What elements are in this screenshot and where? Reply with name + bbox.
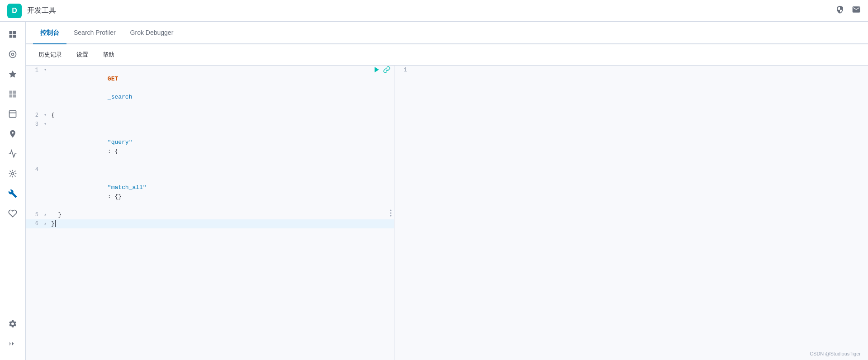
svg-marker-10 [375, 67, 379, 72]
shield-icon[interactable] [835, 5, 844, 16]
right-code-area: 1 [394, 66, 868, 360]
toolbar: 历史记录 设置 帮助 [26, 44, 868, 66]
topbar-right [835, 5, 861, 16]
code-line-1: 1 ▾ GET _search [26, 66, 394, 111]
editor-area: 1 ▾ GET _search [26, 66, 868, 360]
copy-curl-button[interactable] [383, 66, 390, 75]
sidebar-item-ml[interactable] [4, 165, 22, 183]
history-button[interactable]: 历史记录 [33, 48, 67, 62]
sidebar-item-apm[interactable] [4, 145, 22, 163]
code-line-3: 3 ▾ "query" : { [26, 120, 394, 165]
svg-point-4 [9, 51, 16, 58]
svg-marker-6 [9, 71, 17, 78]
right-line-1: 1 [394, 66, 868, 75]
sidebar-item-monitoring[interactable] [4, 204, 22, 223]
svg-rect-1 [13, 31, 16, 34]
sidebar-item-maps[interactable] [4, 125, 22, 143]
sidebar-item-visualize[interactable] [4, 65, 22, 83]
left-panel: 1 ▾ GET _search [26, 66, 394, 360]
sidebar-item-dashboard[interactable] [4, 25, 22, 43]
tab-search-profiler[interactable]: Search Profiler [66, 22, 123, 44]
content-area: 控制台 Search Profiler Grok Debugger 历史记录 设… [26, 22, 868, 360]
svg-rect-0 [9, 31, 13, 34]
sidebar [0, 22, 26, 360]
code-line-5: 5 ▴ } [26, 210, 394, 219]
topbar: D 开发工具 [0, 0, 868, 22]
editor-actions [373, 66, 390, 75]
tab-grok-debugger[interactable]: Grok Debugger [123, 22, 181, 44]
logo-avatar: D [7, 4, 22, 18]
tabs-bar: 控制台 Search Profiler Grok Debugger [26, 22, 868, 44]
help-button[interactable]: 帮助 [97, 48, 120, 62]
right-panel: 1 [394, 66, 868, 360]
app-title: 开发工具 [27, 6, 56, 15]
tab-console[interactable]: 控制台 [33, 22, 66, 44]
svg-point-5 [12, 53, 14, 56]
svg-rect-3 [13, 35, 16, 38]
svg-point-13 [390, 215, 392, 216]
sidebar-item-devtools[interactable] [4, 185, 22, 203]
code-line-2: 2 ▾ { [26, 111, 394, 120]
svg-rect-2 [9, 35, 13, 38]
code-line-6: 6 ▴ } [26, 219, 394, 228]
svg-rect-7 [9, 111, 16, 118]
sidebar-item-settings[interactable] [4, 315, 22, 333]
sidebar-item-discover[interactable] [4, 45, 22, 63]
code-editor[interactable]: 1 ▾ GET _search [26, 66, 394, 360]
mail-icon[interactable] [852, 5, 861, 16]
sidebar-item-collapse[interactable] [4, 335, 22, 353]
svg-point-12 [390, 212, 392, 213]
code-line-4: 4 "match_all" : {} [26, 165, 394, 210]
panel-divider[interactable] [387, 204, 394, 222]
sidebar-item-canvas[interactable] [4, 105, 22, 123]
settings-button[interactable]: 设置 [71, 48, 94, 62]
svg-point-11 [390, 209, 392, 211]
watermark: CSDN @StudiousTiger [810, 351, 861, 356]
run-button[interactable] [373, 66, 380, 75]
svg-point-9 [12, 173, 14, 175]
topbar-left: D 开发工具 [7, 4, 56, 18]
main-layout: 控制台 Search Profiler Grok Debugger 历史记录 设… [0, 22, 868, 360]
sidebar-item-dashboard2[interactable] [4, 85, 22, 103]
code-lines: 1 ▾ GET _search [26, 66, 394, 228]
